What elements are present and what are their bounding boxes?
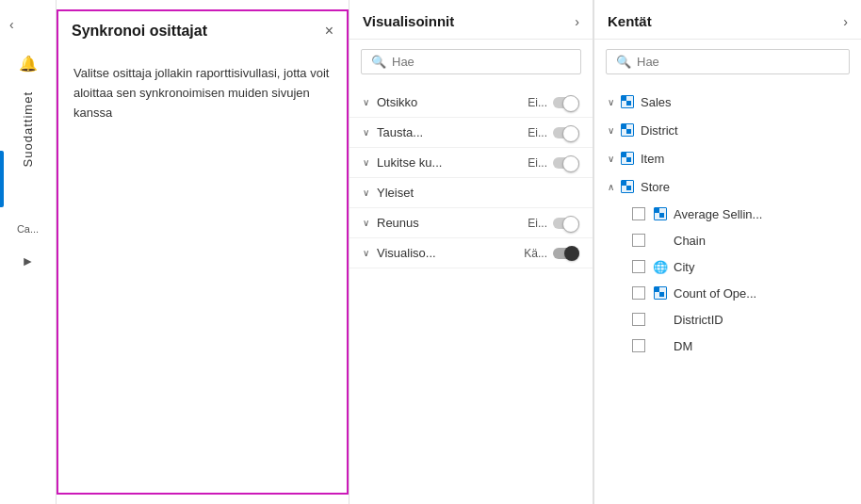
dm-label: DM [674, 339, 692, 353]
kentat-search-input[interactable] [637, 55, 839, 69]
vis-item-tausta[interactable]: ∨ Tausta... Ei... [349, 118, 593, 148]
item-table-icon [620, 151, 635, 166]
city-globe-icon: 🌐 [653, 259, 668, 274]
lukitse-label: Lukitse ku... [377, 155, 528, 170]
kentat-panel-expand-icon[interactable]: › [843, 14, 848, 29]
vis-item-yleiset[interactable]: ∨ Yleiset [349, 178, 593, 208]
kentat-search-icon: 🔍 [616, 55, 631, 69]
vis-item-lukitse[interactable]: ∨ Lukitse ku... Ei... [349, 148, 593, 178]
store-label: Store [641, 180, 670, 194]
store-chevron-icon: ∧ [608, 182, 614, 192]
left-sidebar: ‹ 🔔 Suodattimet Ca... ► [0, 0, 57, 504]
item-label: Item [641, 152, 664, 166]
kentat-panel-title: Kentät [608, 13, 652, 29]
sync-panel-title: Synkronoi osittajat [72, 23, 207, 40]
districtid-checkbox[interactable] [632, 313, 645, 326]
kentat-panel-header: Kentät › [594, 0, 861, 40]
vis-item-reunus[interactable]: ∨ Reunus Ei... [349, 208, 593, 238]
sales-table-icon [620, 94, 635, 109]
field-child-dm[interactable]: DM [594, 333, 861, 359]
visualiso-label: Visualiso... [377, 246, 524, 260]
active-indicator [0, 151, 4, 207]
back-arrow-button[interactable]: ‹ [0, 9, 56, 40]
chain-checkbox[interactable] [632, 234, 645, 247]
lukitse-toggle[interactable] [553, 157, 579, 169]
average-sellin-icon [653, 206, 668, 221]
lukitse-chevron-icon: ∨ [363, 157, 369, 168]
district-label: District [641, 123, 678, 138]
vis-search-input[interactable] [392, 55, 571, 69]
item-chevron-icon: ∨ [608, 154, 614, 164]
reunus-toggle-switch[interactable] [553, 218, 579, 229]
sidebar-ca-label: Ca... [17, 223, 39, 235]
tausta-value: Ei... [528, 126, 547, 139]
lukitse-toggle-switch[interactable] [553, 157, 579, 169]
field-child-districtid[interactable]: DistrictID [594, 306, 861, 333]
tausta-toggle-switch[interactable] [553, 127, 579, 138]
visualiso-toggle[interactable] [553, 248, 579, 259]
field-child-chain[interactable]: Chain [594, 227, 861, 253]
dm-spacer-icon [653, 338, 668, 353]
sync-panel: Synkronoi osittajat × Valitse osittaja j… [57, 9, 349, 495]
vis-items-list: ∨ Otsikko Ei... ∨ Tausta... Ei... ∨ Luki… [349, 84, 593, 504]
district-table-icon [620, 122, 635, 138]
field-group-district[interactable]: ∨ District [594, 116, 861, 144]
otsikko-label: Otsikko [377, 95, 528, 109]
bell-icon: 🔔 [19, 55, 38, 73]
visualiso-toggle-switch[interactable] [553, 248, 579, 259]
yleiset-label: Yleiset [377, 186, 579, 200]
yleiset-chevron-icon: ∨ [363, 187, 369, 198]
average-sellin-label: Average Sellin... [674, 207, 762, 221]
count-ope-table-icon [653, 285, 668, 301]
back-icon: ‹ [9, 17, 14, 32]
visualisoinnit-panel: Visualisoinnit › 🔍 ∨ Otsikko Ei... ∨ Tau… [349, 0, 593, 504]
kentat-search-box: 🔍 [606, 49, 850, 74]
main-container: ‹ 🔔 Suodattimet Ca... ► Synkronoi ositta… [0, 0, 861, 504]
vis-panel-title: Visualisoinnit [363, 13, 454, 29]
city-label: City [674, 260, 694, 274]
expand-icon[interactable]: ► [22, 253, 35, 268]
reunus-chevron-icon: ∨ [363, 218, 369, 228]
sync-panel-close-button[interactable]: × [325, 23, 333, 40]
field-group-store[interactable]: ∧ Store [594, 172, 861, 201]
globe-icon: 🌐 [653, 260, 668, 274]
districtid-label: DistrictID [674, 313, 723, 327]
chain-label: Chain [674, 234, 706, 248]
sync-panel-header: Synkronoi osittajat × [58, 11, 347, 47]
vis-item-visualiso[interactable]: ∨ Visualiso... Kä... [349, 238, 593, 268]
visualiso-value: Kä... [524, 247, 547, 260]
otsikko-toggle-switch[interactable] [553, 97, 579, 108]
field-child-count-ope[interactable]: Count of Ope... [594, 280, 861, 306]
field-child-city[interactable]: 🌐 City [594, 253, 861, 280]
average-sellin-checkbox[interactable] [632, 207, 645, 220]
vis-panel-header: Visualisoinnit › [349, 0, 593, 40]
district-chevron-icon: ∨ [608, 125, 614, 136]
kentat-panel: Kentät › 🔍 ∨ Sales ∨ [593, 0, 861, 504]
sales-chevron-icon: ∨ [608, 97, 614, 107]
vis-search-box: 🔍 [361, 49, 581, 74]
sync-panel-body: Valitse osittaja jollakin raporttisivull… [58, 47, 347, 139]
sales-label: Sales [641, 95, 672, 109]
reunus-value: Ei... [528, 217, 547, 230]
dm-checkbox[interactable] [632, 339, 645, 352]
field-group-sales[interactable]: ∨ Sales [594, 88, 861, 116]
visualiso-chevron-icon: ∨ [363, 248, 369, 258]
tausta-toggle[interactable] [553, 127, 579, 138]
vis-panel-expand-icon[interactable]: › [575, 14, 579, 29]
city-checkbox[interactable] [632, 260, 645, 273]
reunus-label: Reunus [377, 216, 528, 230]
store-table-icon [620, 179, 635, 194]
vis-item-otsikko[interactable]: ∨ Otsikko Ei... [349, 88, 593, 118]
sync-panel-description: Valitse osittaja jollakin raporttisivull… [73, 64, 332, 122]
field-child-average-sellin[interactable]: Average Sellin... [594, 201, 861, 227]
reunus-toggle[interactable] [553, 218, 579, 229]
otsikko-value: Ei... [528, 96, 547, 109]
otsikko-toggle[interactable] [553, 97, 579, 108]
tausta-label: Tausta... [377, 125, 528, 139]
count-ope-label: Count of Ope... [674, 286, 756, 301]
field-group-item[interactable]: ∨ Item [594, 144, 861, 172]
tausta-chevron-icon: ∨ [363, 127, 369, 138]
count-ope-checkbox[interactable] [632, 286, 645, 300]
vis-search-icon: 🔍 [371, 55, 386, 69]
field-items-list: ∨ Sales ∨ District [594, 84, 861, 504]
